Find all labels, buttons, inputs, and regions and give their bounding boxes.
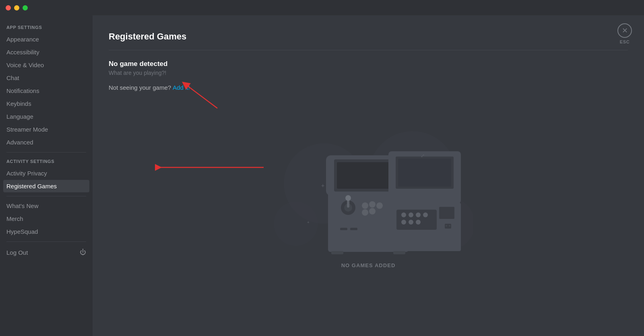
sidebar-item-keybinds[interactable]: Keybinds bbox=[3, 97, 89, 110]
activity-settings-label: ACTIVITY SETTINGS bbox=[3, 156, 89, 165]
sidebar-item-whats-new[interactable]: What's New bbox=[3, 200, 89, 212]
sidebar-divider-1 bbox=[6, 152, 86, 153]
game-status-title: No game detected bbox=[109, 60, 628, 68]
svg-point-18 bbox=[362, 202, 368, 209]
svg-rect-32 bbox=[350, 228, 357, 230]
svg-rect-36 bbox=[439, 207, 454, 219]
app-settings-label: APP SETTINGS bbox=[3, 22, 89, 31]
svg-point-28 bbox=[401, 220, 406, 225]
content-divider bbox=[109, 50, 628, 50]
add-game-line: Not seeing your game? Add it! bbox=[109, 84, 628, 91]
minimize-button[interactable] bbox=[14, 5, 19, 10]
close-button-area[interactable]: ✕ ESC bbox=[617, 23, 632, 44]
svg-point-24 bbox=[401, 212, 406, 217]
svg-point-39 bbox=[449, 225, 450, 227]
sidebar: APP SETTINGS Appearance Accessibility Vo… bbox=[0, 15, 93, 336]
svg-rect-12 bbox=[398, 159, 451, 187]
app: APP SETTINGS Appearance Accessibility Vo… bbox=[0, 0, 644, 336]
svg-text:⤢: ⤢ bbox=[421, 153, 425, 159]
svg-point-27 bbox=[423, 212, 428, 217]
sidebar-item-notifications[interactable]: Notifications bbox=[3, 85, 89, 97]
sidebar-item-merch[interactable]: Merch bbox=[3, 212, 89, 225]
sidebar-item-hypesquad[interactable]: HypeSquad bbox=[3, 225, 89, 238]
sidebar-item-appearance[interactable]: Appearance bbox=[3, 33, 89, 45]
titlebar bbox=[0, 0, 644, 15]
svg-point-25 bbox=[409, 212, 413, 217]
sidebar-item-activity-privacy[interactable]: Activity Privacy bbox=[3, 167, 89, 179]
svg-point-20 bbox=[376, 202, 383, 209]
arcade-svg: + ⤢ + bbox=[264, 103, 473, 256]
sidebar-item-chat[interactable]: Chat bbox=[3, 72, 89, 84]
add-game-area: Not seeing your game? Add it! bbox=[109, 84, 628, 91]
page-title: Registered Games bbox=[109, 31, 628, 42]
sidebar-item-language[interactable]: Language bbox=[3, 110, 89, 123]
sidebar-item-advanced[interactable]: Advanced bbox=[3, 136, 89, 148]
svg-point-22 bbox=[369, 208, 376, 214]
no-games-label: NO GAMES ADDED bbox=[341, 262, 396, 268]
svg-rect-23 bbox=[396, 210, 437, 230]
svg-text:+: + bbox=[321, 182, 324, 189]
sidebar-item-voice-video[interactable]: Voice & Video bbox=[3, 59, 89, 71]
sidebar-item-registered-games[interactable]: Registered Games bbox=[3, 180, 89, 192]
sidebar-item-accessibility[interactable]: Accessibility bbox=[3, 46, 89, 58]
arcade-illustration-area: + ⤢ + NO GAMES ADDED bbox=[109, 103, 628, 268]
svg-point-30 bbox=[416, 220, 421, 225]
sidebar-item-streamer-mode[interactable]: Streamer Mode bbox=[3, 123, 89, 136]
add-game-link[interactable]: Add it! bbox=[173, 84, 190, 91]
svg-point-26 bbox=[416, 212, 421, 217]
esc-label: ESC bbox=[620, 39, 630, 44]
svg-point-21 bbox=[362, 209, 368, 216]
game-status: No game detected What are you playing?! bbox=[109, 60, 628, 76]
svg-rect-33 bbox=[331, 251, 343, 254]
close-circle[interactable]: ✕ bbox=[617, 23, 632, 38]
svg-text:+: + bbox=[307, 220, 310, 225]
maximize-button[interactable] bbox=[23, 5, 28, 10]
svg-rect-31 bbox=[340, 228, 347, 230]
arrow-sidebar-annotation bbox=[155, 155, 276, 179]
sidebar-divider-3 bbox=[6, 241, 86, 242]
game-status-sub: What are you playing?! bbox=[109, 70, 628, 76]
svg-rect-34 bbox=[393, 251, 405, 254]
svg-point-17 bbox=[345, 195, 351, 201]
svg-point-5 bbox=[274, 202, 318, 246]
close-button[interactable] bbox=[6, 5, 11, 10]
svg-point-38 bbox=[446, 225, 447, 227]
sidebar-item-logout[interactable]: Log Out ⏻ bbox=[3, 246, 89, 259]
svg-point-19 bbox=[369, 201, 376, 208]
logout-icon: ⏻ bbox=[80, 249, 86, 256]
add-game-text: Not seeing your game? bbox=[109, 84, 171, 91]
arcade-svg-wrapper: + ⤢ + bbox=[264, 103, 473, 256]
sidebar-divider-2 bbox=[6, 196, 86, 196]
main-content: ✕ ESC Registered Games No game detected … bbox=[93, 15, 644, 336]
svg-point-29 bbox=[409, 220, 413, 225]
